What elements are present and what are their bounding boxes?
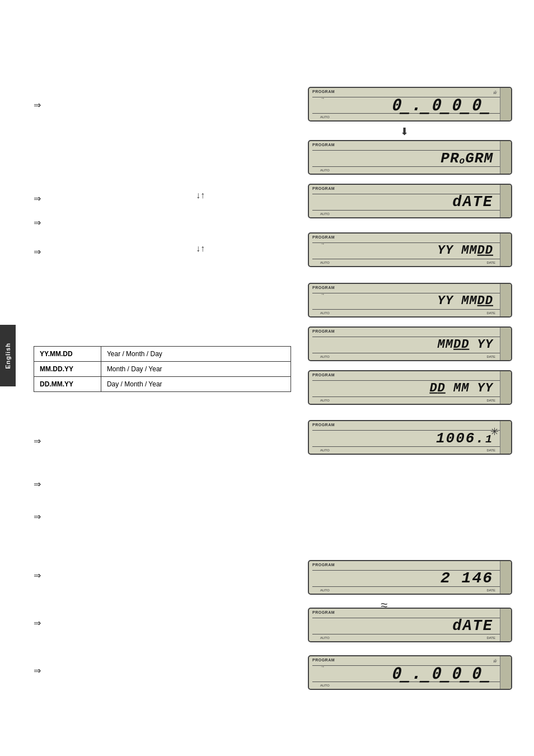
auto-label-11: AUTO: [320, 684, 330, 687]
table-cell-format: DD.MM.YY: [34, 377, 101, 392]
auto-label-8: AUTO: [320, 449, 330, 452]
right-bracket-2: [500, 141, 511, 174]
prog-label-11: PROGRAM: [312, 658, 335, 662]
lcd-display-4: PROGRAM → AUTO DATE YY MMDD: [308, 232, 512, 267]
table-cell-format: YY.MM.DD: [34, 347, 101, 362]
right-bracket-1: [500, 88, 511, 120]
right-bracket-6: [500, 328, 511, 360]
lcd-display-6: PROGRAM AUTO DATE MMDD YY: [308, 326, 512, 361]
down-arrow-1: ⬇: [400, 125, 409, 138]
row-arrow-5: ⇒: [34, 246, 41, 257]
auto-label-6: AUTO: [320, 355, 330, 358]
auto-label-10: AUTO: [320, 636, 330, 640]
main-text-7: DD MM YY: [429, 381, 493, 395]
prog-label-9: PROGRAM: [312, 563, 335, 567]
main-text-6: MMDD YY: [438, 338, 493, 352]
row-arrow-8: ⇒: [34, 436, 41, 446]
main-text-2: PRoGRM: [441, 150, 493, 167]
right-bracket-11: [500, 656, 511, 689]
table-cell-desc: Day / Month / Year: [101, 377, 291, 392]
row-arrow-10: ⇒: [34, 511, 41, 522]
prog-label-3: PROGRAM: [312, 186, 335, 190]
prog-label-10: PROGRAM: [312, 610, 335, 614]
row-arrow-13: ⇒: [34, 665, 41, 676]
table-cell-desc: Month / Day / Year: [101, 362, 291, 377]
main-text-11: 0̲.̲0̲0̲0̲: [391, 664, 491, 683]
main-text-1: 0̲.̲0̲0̲0̲: [391, 96, 491, 115]
date-label-9: DATE: [486, 589, 495, 592]
prog-label-5: PROGRAM: [312, 286, 335, 290]
row-arrow-9: ⇒: [34, 479, 41, 489]
right-bracket-8: [500, 421, 511, 454]
table-cell-desc: Year / Month / Day: [101, 347, 291, 362]
auto-label-9: AUTO: [320, 589, 330, 592]
arrow-4: →: [320, 241, 325, 246]
right-bracket-5: [500, 284, 511, 316]
date-label-5: DATE: [486, 311, 495, 315]
date-label-6: DATE: [486, 355, 495, 358]
auto-label-4: AUTO: [320, 261, 330, 264]
auto-label-2: AUTO: [320, 169, 330, 172]
auto-label-5: AUTO: [320, 311, 330, 315]
prog-label-4: PROGRAM: [312, 235, 335, 239]
main-text-10: dATE: [452, 618, 493, 634]
arrow-1: →: [320, 96, 325, 101]
updown-arrows-1: ↓↑: [196, 190, 205, 200]
date-label-7: DATE: [486, 399, 495, 402]
auto-label-3: AUTO: [320, 212, 330, 216]
main-text-5: YY MMDD: [438, 294, 493, 308]
lcd-display-2: PROGRAM AUTO PRoGRM: [308, 140, 512, 175]
date-label-10: DATE: [486, 636, 495, 640]
w-mark-11: w̄: [493, 659, 496, 664]
prog-label-7: PROGRAM: [312, 373, 335, 377]
row-arrow-4: ⇒: [34, 217, 41, 228]
date-label-8: DATE: [486, 449, 495, 452]
language-label: English: [4, 343, 11, 369]
arrow-11: →: [320, 664, 325, 669]
right-bracket-10: [500, 609, 511, 641]
table-cell-format: MM.DD.YY: [34, 362, 101, 377]
main-text-8: 1006.1: [436, 430, 493, 447]
auto-label-7: AUTO: [320, 399, 330, 402]
auto-label-1: AUTO: [320, 115, 330, 119]
lcd-display-9: PROGRAM AUTO DATE 2 146: [308, 560, 512, 595]
main-text-3: dATE: [452, 194, 493, 211]
lcd-display-1: PROGRAM w̄ → AUTO 0̲.̲0̲0̲0̲ g: [308, 87, 512, 122]
lcd-display-3: PROGRAM AUTO dATE: [308, 184, 512, 218]
w-mark-1: w̄: [493, 90, 496, 95]
lcd-display-10: PROGRAM AUTO DATE dATE: [308, 608, 512, 642]
row-arrow-11: ⇒: [34, 570, 41, 581]
right-bracket-9: [500, 561, 511, 594]
date-format-table: YY.MM.DD Year / Month / Day MM.DD.YY Mon…: [34, 346, 291, 392]
prog-label-8: PROGRAM: [312, 423, 335, 427]
lcd-display-11: PROGRAM w̄ → AUTO 0̲.̲0̲0̲0̲ g: [308, 655, 512, 690]
prog-label-1: PROGRAM: [312, 90, 335, 94]
arrow-5: →: [320, 292, 325, 297]
table-row: YY.MM.DD Year / Month / Day: [34, 347, 291, 362]
prog-label-2: PROGRAM: [312, 143, 335, 147]
row-arrow-1: ⇒: [34, 100, 41, 110]
right-bracket-3: [500, 185, 511, 217]
lcd-display-7: PROGRAM AUTO DATE DD MM YY: [308, 370, 512, 405]
main-text-9: 2 146: [441, 570, 493, 587]
prog-label-6: PROGRAM: [312, 329, 335, 333]
language-tab: English: [0, 325, 16, 386]
blink-indicator: ✳: [490, 426, 499, 438]
table-row: MM.DD.YY Month / Day / Year: [34, 362, 291, 377]
right-bracket-4: [500, 234, 511, 266]
row-arrow-12: ⇒: [34, 618, 41, 628]
right-bracket-7: [500, 371, 511, 404]
row-arrow-3: ⇒: [34, 193, 41, 204]
updown-arrows-2: ↓↑: [196, 244, 205, 254]
date-label-4: DATE: [486, 261, 495, 264]
table-row: DD.MM.YY Day / Month / Year: [34, 377, 291, 392]
lcd-display-8: PROGRAM AUTO DATE 1006.1 ✳: [308, 420, 512, 455]
main-text-4: YY MMDD: [438, 244, 493, 258]
lcd-display-5: PROGRAM → AUTO DATE YY MMDD: [308, 283, 512, 318]
